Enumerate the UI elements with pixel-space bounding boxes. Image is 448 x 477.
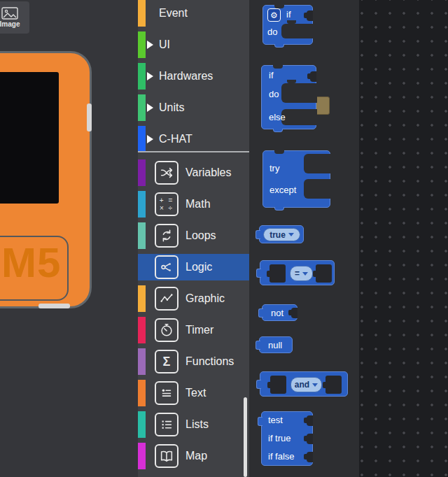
sidebar-item-units[interactable]: Units	[138, 94, 249, 121]
sidebar-item-graphic[interactable]: Graphic	[138, 285, 249, 312]
shuffle-icon	[155, 161, 178, 185]
operator-dropdown[interactable]: =	[290, 266, 313, 281]
category-color-bar	[138, 348, 146, 375]
value-socket	[316, 264, 332, 283]
gear-icon[interactable]: ⚙	[267, 8, 281, 22]
category-label: Math	[186, 198, 211, 211]
category-color-bar	[138, 380, 146, 406]
statement-mouth	[281, 24, 314, 38]
sidebar-divider	[138, 151, 249, 152]
value-socket	[270, 264, 286, 283]
loop-icon	[155, 224, 178, 248]
sidebar-item-ui[interactable]: UI	[138, 31, 249, 58]
block-label: test	[268, 415, 283, 426]
value-socket	[307, 10, 313, 21]
dropdown-value: and	[295, 380, 309, 390]
category-label: Variables	[186, 166, 232, 179]
expand-arrow-icon	[147, 41, 153, 49]
math-icon: + =× ÷	[155, 192, 178, 216]
m5-device-screen	[0, 72, 59, 204]
chevron-down-icon	[312, 383, 318, 387]
category-color-bar	[138, 191, 146, 218]
book-icon	[155, 444, 178, 468]
statement-mouth	[281, 83, 317, 103]
sidebar-item-variables[interactable]: Variables	[138, 159, 249, 186]
boolean-dropdown[interactable]: true	[263, 228, 300, 241]
category-color-bar	[138, 317, 146, 343]
operator-dropdown[interactable]: and	[290, 377, 322, 392]
value-socket	[307, 434, 313, 444]
toolbox-sidebar: Event UI Hardwares Units C-HAT	[138, 0, 249, 477]
value-socket	[307, 452, 313, 462]
block-if-do[interactable]: ⚙ if do	[262, 5, 313, 45]
block-not[interactable]: not	[262, 304, 298, 321]
statement-bottom-bump	[273, 129, 283, 132]
expand-arrow-icon	[147, 72, 153, 80]
category-label: Units	[159, 101, 184, 114]
sidebar-item-loops[interactable]: Loops	[138, 222, 249, 249]
blockly-workspace[interactable]	[359, 0, 448, 477]
block-label: else	[269, 112, 286, 123]
statement-bottom-bump	[274, 44, 284, 48]
category-color-bar	[138, 285, 146, 312]
block-ternary[interactable]: test if true if false	[261, 411, 313, 466]
uiflow-editor: Image M5 Event UI Hardwares Units	[0, 0, 448, 477]
block-label: except	[270, 185, 296, 196]
chevron-down-icon	[302, 272, 308, 276]
category-label: Lists	[186, 418, 209, 431]
value-socket	[270, 376, 286, 394]
sidebar-item-text[interactable]: Text	[138, 380, 249, 406]
block-label: do	[269, 89, 279, 100]
block-null[interactable]: null	[259, 336, 293, 353]
m5-side-button	[87, 104, 92, 131]
value-socket	[310, 71, 316, 82]
value-socket	[291, 308, 298, 318]
image-tool-button[interactable]: Image	[0, 1, 29, 34]
block-try-except[interactable]: try except	[262, 150, 330, 208]
logic-flyout: ⚙ if do if do else try	[249, 0, 359, 477]
device-preview-panel: Image M5	[0, 0, 138, 477]
block-compare[interactable]: =	[260, 260, 335, 285]
sidebar-item-chat[interactable]: C-HAT	[138, 126, 249, 152]
block-label: if	[286, 9, 291, 20]
image-icon	[1, 7, 18, 20]
statement-mouth	[281, 109, 317, 125]
category-label: Hardwares	[159, 70, 213, 83]
sidebar-item-timer[interactable]: Timer	[138, 317, 249, 343]
statement-mouth	[304, 179, 331, 199]
sidebar-item-lists[interactable]: Lists	[138, 411, 249, 438]
expand-arrow-icon	[147, 104, 153, 112]
category-color-bar	[138, 222, 146, 249]
logic-icon	[155, 255, 178, 279]
statement-mouth	[304, 154, 331, 173]
sidebar-item-math[interactable]: + =× ÷ Math	[138, 191, 249, 218]
list-icon	[155, 413, 178, 436]
category-color-bar	[138, 443, 146, 469]
block-label: if false	[268, 451, 295, 462]
sidebar-item-functions[interactable]: Σ Functions	[138, 348, 249, 375]
value-tab	[258, 308, 263, 318]
graphic-icon	[155, 287, 178, 311]
statement-top-notch	[274, 150, 284, 154]
category-color-bar	[138, 31, 146, 58]
sidebar-item-hardwares[interactable]: Hardwares	[138, 63, 249, 90]
statement-notch	[287, 80, 296, 83]
block-if-else[interactable]: if do else	[261, 65, 316, 129]
value-socket	[307, 415, 313, 426]
dropdown-value: =	[295, 269, 300, 278]
timer-icon	[155, 318, 178, 342]
block-logic-op[interactable]: and	[260, 371, 348, 397]
sidebar-item-logic[interactable]: Logic	[138, 254, 249, 280]
value-socket	[326, 376, 342, 394]
block-label: null	[268, 340, 282, 351]
category-color-bar	[138, 63, 146, 90]
category-label: Logic	[186, 261, 212, 273]
sidebar-scrollbar[interactable]	[244, 397, 247, 477]
block-label: if	[269, 70, 274, 81]
category-label: C-HAT	[159, 133, 192, 145]
category-color-bar	[138, 0, 146, 27]
category-label: Timer	[186, 324, 214, 336]
sidebar-item-map[interactable]: Map	[138, 443, 249, 469]
block-boolean[interactable]: true	[259, 225, 304, 243]
sidebar-item-event[interactable]: Event	[138, 0, 249, 27]
